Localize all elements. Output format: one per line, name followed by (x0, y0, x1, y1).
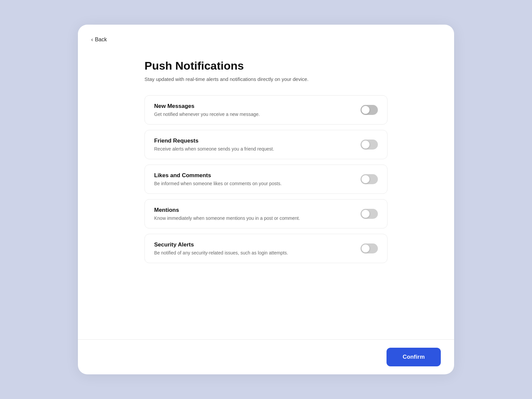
toggle-thumb-friend-requests (362, 141, 370, 149)
notification-name-friend-requests: Friend Requests (154, 138, 361, 144)
notification-name-new-messages: New Messages (154, 103, 361, 110)
notification-desc-new-messages: Get notified whenever you receive a new … (154, 112, 361, 117)
toggle-new-messages[interactable] (361, 105, 378, 115)
notification-text-mentions: MentionsKnow immediately when someone me… (154, 207, 361, 221)
back-navigation[interactable]: ‹ Back (78, 25, 120, 43)
notification-desc-likes-comments: Be informed when someone likes or commen… (154, 181, 361, 186)
toggle-thumb-mentions (362, 210, 370, 218)
toggle-security-alerts[interactable] (361, 243, 378, 253)
notification-item-likes-comments: Likes and CommentsBe informed when someo… (144, 165, 388, 194)
notification-list: New MessagesGet notified whenever you re… (144, 95, 388, 263)
toggle-thumb-security-alerts (362, 244, 370, 252)
notification-item-new-messages: New MessagesGet notified whenever you re… (144, 95, 388, 125)
notification-text-likes-comments: Likes and CommentsBe informed when someo… (154, 172, 361, 186)
content-area: Push Notifications Stay updated with rea… (78, 43, 454, 339)
notification-text-friend-requests: Friend RequestsReceive alerts when someo… (154, 138, 361, 152)
notification-desc-friend-requests: Receive alerts when someone sends you a … (154, 146, 361, 152)
notification-item-mentions: MentionsKnow immediately when someone me… (144, 199, 388, 228)
confirm-button[interactable]: Confirm (387, 348, 441, 366)
notification-text-security-alerts: Security AlertsBe notified of any securi… (154, 241, 361, 255)
toggle-thumb-new-messages (362, 106, 370, 114)
toggle-mentions[interactable] (361, 209, 378, 219)
toggle-thumb-likes-comments (362, 175, 370, 183)
notification-name-likes-comments: Likes and Comments (154, 172, 361, 179)
back-label: Back (95, 37, 107, 43)
page-subtitle: Stay updated with real-time alerts and n… (144, 76, 388, 82)
modal-container: ‹ Back Push Notifications Stay updated w… (78, 25, 454, 374)
notification-desc-mentions: Know immediately when someone mentions y… (154, 215, 361, 221)
toggle-likes-comments[interactable] (361, 174, 378, 184)
notification-item-security-alerts: Security AlertsBe notified of any securi… (144, 234, 388, 263)
toggle-friend-requests[interactable] (361, 140, 378, 150)
back-chevron-icon: ‹ (91, 37, 93, 43)
notification-item-friend-requests: Friend RequestsReceive alerts when someo… (144, 130, 388, 159)
notification-name-mentions: Mentions (154, 207, 361, 213)
notification-desc-security-alerts: Be notified of any security-related issu… (154, 250, 361, 255)
page-title: Push Notifications (144, 59, 388, 72)
notification-name-security-alerts: Security Alerts (154, 241, 361, 248)
notification-text-new-messages: New MessagesGet notified whenever you re… (154, 103, 361, 117)
footer: Confirm (78, 339, 454, 374)
